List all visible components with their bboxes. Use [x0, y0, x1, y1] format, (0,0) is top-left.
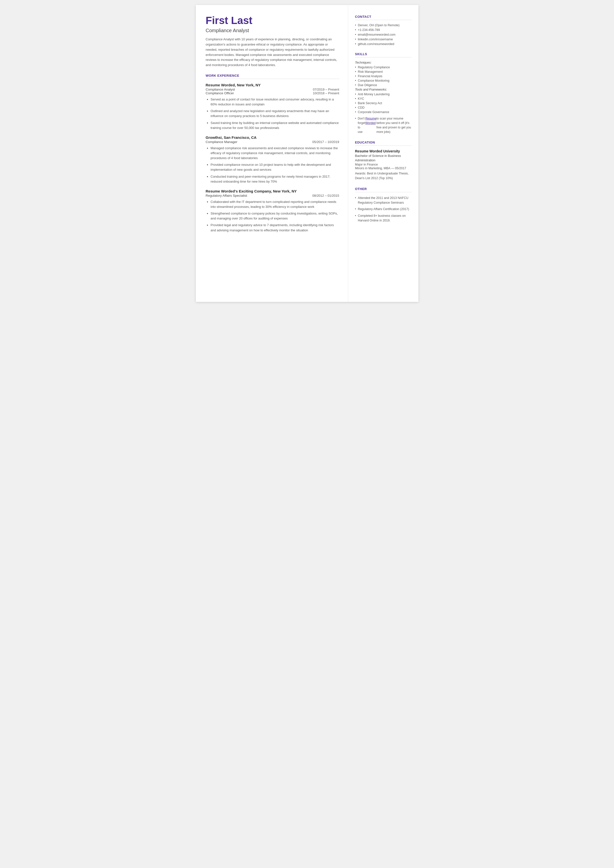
contact-linkedin[interactable]: linkedin.com/in/username — [355, 37, 411, 41]
role-title-1a: Compliance Analyst — [206, 88, 235, 91]
right-column: CONTACT Denver, OH (Open to Remote) +1-2… — [348, 5, 419, 302]
other-item-3: Completed 8+ business classes on Harvard… — [355, 214, 411, 223]
contact-location: Denver, OH (Open to Remote) — [355, 23, 411, 27]
job-block-1: Resume Worded, New York, NY Compliance A… — [206, 83, 339, 130]
work-experience-header: WORK EXPERIENCE — [206, 74, 339, 79]
other-header: OTHER — [355, 187, 411, 192]
skill-risk-management: Risk Management — [355, 70, 411, 73]
bullet-1-1: Served as a point of contact for issue r… — [211, 97, 339, 107]
other-item-2: Regulatory Affairs Certification (2017) — [355, 207, 411, 211]
bullet-3-3: Provided legal and regulatory advice to … — [211, 223, 339, 233]
skills-header: SKILLS — [355, 52, 411, 57]
job-block-3: Resume Worded's Exciting Company, New Yo… — [206, 189, 339, 233]
job-bullets-1: Served as a point of contact for issue r… — [206, 97, 339, 130]
role-row-2a: Compliance Manager 05/2017 – 10/2019 — [206, 140, 339, 144]
skill-kyc: KYC — [355, 97, 411, 101]
skill-financial-analysis: Financial Analysis — [355, 75, 411, 78]
contact-email: email@resumeworded.com — [355, 33, 411, 36]
edu-minors: Minors in Marketing, MBA — 05/2017 — [355, 166, 411, 170]
bullet-3-2: Strengthened compliance to company polic… — [211, 211, 339, 221]
techniques-label: Techniques: — [355, 61, 411, 64]
education-header: EDUCATION — [355, 141, 411, 146]
job-bullets-2: Managed compliance risk assessments and … — [206, 146, 339, 184]
other-item-1: Attended the 2011 and 2013 NAFCU Regulat… — [355, 196, 411, 205]
company-name-3: Resume Worded's Exciting Company, New Yo… — [206, 189, 339, 193]
skill-compliance-monitoring: Compliance Monitoring — [355, 79, 411, 82]
role-title-2a: Compliance Manager — [206, 140, 237, 144]
resume-worded-link[interactable]: Resume Worded — [365, 116, 376, 125]
bullet-1-3: Saved training time by building an inter… — [211, 121, 339, 130]
job-bullets-3: Collaborated with the IT department to t… — [206, 199, 339, 233]
company-name-1: Resume Worded, New York, NY — [206, 83, 339, 87]
skill-aml: Anti Money Laundering — [355, 93, 411, 96]
role-dates-2a: 05/2017 – 10/2019 — [312, 140, 339, 144]
company-name-2: Growthsi, San Francisco, CA — [206, 135, 339, 140]
bullet-2-2: Provided compliance resource on 10 proje… — [211, 162, 339, 172]
contact-header: CONTACT — [355, 15, 411, 20]
contact-section: CONTACT Denver, OH (Open to Remote) +1-2… — [355, 15, 411, 46]
role-dates-3a: 08/2012 – 01/2015 — [312, 194, 339, 197]
skill-due-diligence: Due Diligence — [355, 83, 411, 87]
left-column: First Last Compliance Analyst Compliance… — [196, 5, 348, 302]
contact-phone: +1-234-456-789 — [355, 28, 411, 32]
skill-regulatory-compliance: Regulatory Compliance — [355, 65, 411, 69]
role-row-1b: Compliance Officer 10/2018 – Present — [206, 91, 339, 95]
candidate-title: Compliance Analyst — [206, 28, 339, 33]
edu-major: Major in Finance — [355, 163, 411, 166]
job-block-2: Growthsi, San Francisco, CA Compliance M… — [206, 135, 339, 184]
bullet-2-1: Managed compliance risk assessments and … — [211, 146, 339, 161]
role-dates-1b: 10/2018 – Present — [313, 91, 339, 95]
other-section: OTHER Attended the 2011 and 2013 NAFCU R… — [355, 187, 411, 223]
skills-section: SKILLS Techniques: Regulatory Compliance… — [355, 52, 411, 134]
role-title-3a: Regulatory Affairs Specialist — [206, 194, 247, 197]
contact-github[interactable]: github.com/resumeworded — [355, 42, 411, 46]
skills-note: Don't forget to use Resume Worded to sca… — [355, 116, 411, 134]
role-dates-1a: 07/2019 – Present — [313, 88, 339, 91]
role-row-1a: Compliance Analyst 07/2019 – Present — [206, 88, 339, 91]
resume-page: First Last Compliance Analyst Compliance… — [196, 5, 419, 302]
role-title-1b: Compliance Officer — [206, 91, 234, 95]
edu-awards: Awards: Best in Undergraduate Thesis, De… — [355, 171, 411, 181]
summary-text: Compliance Analyst with 10 years of expe… — [206, 37, 339, 68]
skill-bank-secrecy: Bank Secrecy Act — [355, 101, 411, 105]
bullet-1-2: Outlined and analyzed new legislation an… — [211, 109, 339, 118]
skill-corporate-governance: Corporate Governance — [355, 110, 411, 114]
bullet-3-1: Collaborated with the IT department to t… — [211, 199, 339, 209]
education-section: EDUCATION Resume Worded University Bache… — [355, 141, 411, 181]
tools-label: Tools and Frameworks: — [355, 88, 411, 91]
edu-degree: Bachelor of Science in Business Administ… — [355, 154, 411, 163]
skill-cdd: CDD — [355, 106, 411, 109]
edu-school: Resume Worded University — [355, 149, 411, 153]
bullet-2-3: Conducted training and peer-mentoring pr… — [211, 174, 339, 184]
role-row-3a: Regulatory Affairs Specialist 08/2012 – … — [206, 194, 339, 197]
candidate-name: First Last — [206, 15, 339, 26]
